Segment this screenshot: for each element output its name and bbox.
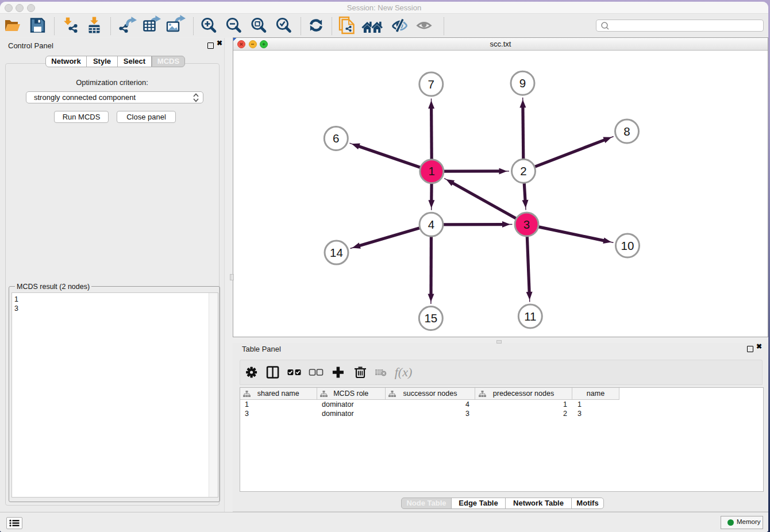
- svg-text:4: 4: [428, 218, 434, 231]
- svg-text:2: 2: [520, 164, 526, 178]
- svg-text:9: 9: [519, 76, 526, 90]
- svg-text:8: 8: [623, 125, 630, 138]
- svg-text:11: 11: [524, 310, 536, 323]
- svg-text:3: 3: [523, 218, 530, 231]
- svg-text:7: 7: [428, 78, 434, 91]
- svg-text:14: 14: [330, 246, 343, 259]
- svg-text:f(x): f(x): [395, 365, 413, 379]
- svg-text:15: 15: [424, 311, 437, 325]
- svg-text:1: 1: [429, 164, 435, 178]
- svg-text:10: 10: [621, 239, 634, 252]
- svg-text:6: 6: [333, 132, 339, 145]
